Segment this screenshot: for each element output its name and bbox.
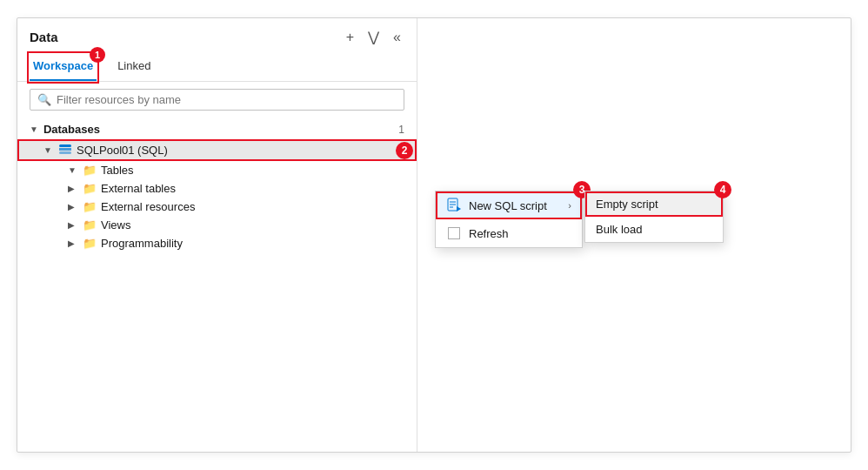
step-badge-1: 1 (90, 47, 105, 63)
sidebar: Data + ⋁ « Workspace 1 Linked (17, 18, 417, 452)
search-icon: 🔍 (37, 93, 51, 106)
search-input[interactable] (57, 93, 397, 106)
views-folder-icon: 📁 (83, 218, 97, 232)
new-sql-script-label: New SQL script (469, 199, 547, 212)
prog-folder-icon: 📁 (83, 237, 97, 250)
refresh-label: Refresh (469, 227, 509, 240)
ext-res-folder-icon: 📁 (83, 200, 97, 213)
empty-script-label: Empty script (596, 198, 658, 211)
svg-rect-0 (59, 144, 71, 147)
tables-label: Tables (101, 164, 134, 177)
search-box[interactable]: 🔍 (30, 89, 404, 111)
tables-item[interactable]: ▼ 📁 Tables (31, 161, 417, 179)
programmability-item[interactable]: ▶ 📁 Programmability (31, 234, 417, 252)
ext-res-label: External resources (101, 200, 195, 213)
ext-tables-expand-icon[interactable]: ▶ (68, 184, 78, 193)
add-button[interactable]: + (343, 28, 357, 47)
tables-folder-icon: 📁 (83, 164, 97, 177)
ext-tables-folder-icon: 📁 (83, 182, 97, 195)
views-item[interactable]: ▶ 📁 Views (31, 216, 417, 234)
external-resources-item[interactable]: ▶ 📁 External resources (31, 198, 417, 216)
submenu: 4 Empty script Bulk load (584, 191, 724, 243)
sqlpool-children: ▼ 📁 Tables ▶ 📁 External tables ▶ 📁 Exter… (17, 161, 417, 252)
collapse-button[interactable]: « (390, 28, 404, 47)
ext-tables-label: External tables (101, 182, 176, 195)
prog-label: Programmability (101, 237, 183, 250)
views-label: Views (101, 218, 130, 232)
step-badge-2: 2 (396, 142, 413, 159)
sidebar-title: Data (30, 30, 58, 44)
main-area: 3 New SQL script › (417, 18, 851, 452)
svg-rect-2 (59, 151, 71, 154)
bulk-load-menuitem[interactable]: Bulk load (585, 217, 723, 242)
svg-marker-7 (457, 206, 461, 212)
tab-workspace[interactable]: Workspace 1 (30, 54, 97, 81)
external-tables-item[interactable]: ▶ 📁 External tables (31, 179, 417, 198)
tables-expand-icon[interactable]: ▼ (68, 165, 78, 175)
databases-collapse-icon[interactable]: ▼ (30, 124, 38, 134)
sqlpool-item[interactable]: 2 ▼ SQLPool01 (SQL) (17, 139, 417, 161)
bulk-load-label: Bulk load (596, 223, 642, 236)
refresh-checkbox-icon (446, 225, 462, 241)
sqlpool-label: SQLPool01 (SQL) (77, 144, 168, 157)
sql-script-icon (446, 198, 462, 213)
sidebar-header: Data + ⋁ « (17, 18, 417, 47)
sort-button[interactable]: ⋁ (364, 27, 383, 47)
sidebar-toolbar: + ⋁ « (343, 27, 404, 47)
prog-expand-icon[interactable]: ▶ (68, 238, 78, 248)
tabs-row: Workspace 1 Linked (17, 54, 417, 82)
tab-workspace-label: Workspace (33, 59, 93, 72)
submenu-chevron-icon: › (568, 200, 571, 211)
refresh-menuitem[interactable]: Refresh (436, 219, 582, 247)
databases-section-header: ▼ Databases 1 (17, 118, 417, 139)
empty-script-menuitem[interactable]: Empty script (585, 191, 723, 217)
ext-res-expand-icon[interactable]: ▶ (68, 202, 78, 212)
sqlpool-expand-icon[interactable]: ▼ (43, 145, 54, 155)
sqlpool-db-icon (58, 142, 72, 158)
databases-section-title: Databases (43, 123, 100, 136)
step-badge-4: 4 (714, 181, 731, 198)
tab-linked-label: Linked (117, 59, 150, 72)
context-menu: 3 New SQL script › (435, 191, 583, 248)
search-row: 🔍 (17, 82, 417, 118)
tab-linked[interactable]: Linked (114, 54, 154, 81)
new-sql-script-menuitem[interactable]: New SQL script › (436, 191, 582, 219)
views-expand-icon[interactable]: ▶ (68, 220, 78, 230)
databases-count: 1 (398, 124, 404, 136)
svg-rect-1 (59, 148, 71, 151)
